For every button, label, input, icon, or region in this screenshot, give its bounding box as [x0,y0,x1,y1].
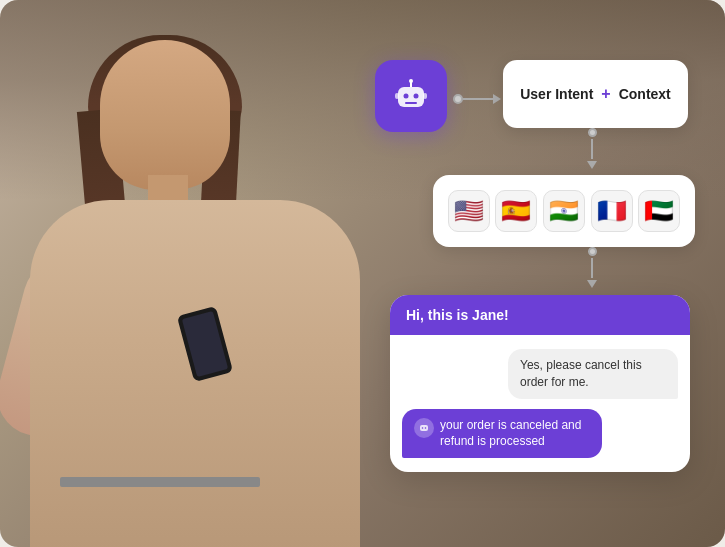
person-figure [0,0,400,547]
person-head [100,40,230,190]
laptop-hint [60,477,260,487]
background-scene: User Intent + Context 🇺🇸 🇪🇸 🇮🇳 🇫🇷 🇦🇪 [0,0,725,547]
v-connector-2-arrow [587,280,597,288]
vertical-connector-2 [587,247,597,288]
chat-bot-message: your order is canceled and refund is pro… [440,417,590,451]
chat-body: Yes, please cancel this order for me. yo… [390,335,690,472]
v-connector-2-dot [588,247,597,256]
chat-header-title: Hi, this is Jane! [406,307,509,323]
svg-rect-8 [420,425,428,431]
svg-point-10 [425,427,427,429]
chat-header: Hi, this is Jane! [390,295,690,335]
chat-user-message: Yes, please cancel this order for me. [520,358,642,389]
chat-bubble-user: Yes, please cancel this order for me. [508,349,678,399]
chat-bubble-bot: your order is canceled and refund is pro… [402,409,602,459]
v-connector-2-line [591,258,593,278]
chat-card: Hi, this is Jane! Yes, please cancel thi… [390,295,690,472]
svg-point-9 [422,427,424,429]
bot-avatar-small [414,418,434,438]
